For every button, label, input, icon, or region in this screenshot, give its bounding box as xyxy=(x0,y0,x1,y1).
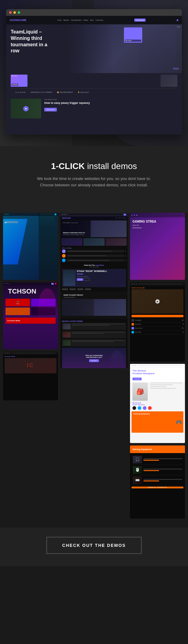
demo-product-dot-g xyxy=(135,365,136,366)
demo-spec-4 xyxy=(150,388,176,389)
demo-mid-cta: Join our communityand become a pro Join … xyxy=(62,348,126,368)
demo-4-team-d: Team Delta xyxy=(132,331,141,333)
demo-product-list[interactable]: Gaming Equipment 🎧 🖱️ xyxy=(130,445,185,519)
demo-mid-sponsors xyxy=(60,287,128,291)
demo-mid-news-item-1 xyxy=(62,323,126,330)
demo-gaming-stream[interactable]: GAMING STREA MON-FRI xyxy=(130,213,185,280)
demo-product-item-price-1 xyxy=(143,460,159,461)
demo-mid-profile-btn[interactable] xyxy=(84,278,90,281)
demo-1-dot-y xyxy=(6,214,7,215)
demo-mid-dot-y xyxy=(64,214,65,215)
demo-color-red[interactable] xyxy=(148,406,152,410)
demo-product-cta[interactable]: Shop Now xyxy=(132,378,142,380)
demo-4-label: TWITCH OR YOUTUBE xyxy=(130,286,185,289)
sponsor-4: ⚡ Sparked xyxy=(78,91,89,93)
demo-product-list-cta[interactable]: Show all products xyxy=(132,487,183,488)
demo-3-hero-text: IC xyxy=(27,362,34,369)
demo-product-list-title: Gaming Equipment xyxy=(132,448,152,450)
demo-4-team-name-d: Team Delta xyxy=(135,331,141,333)
demo-2-media-text: Convention Media xyxy=(7,320,20,322)
nav-link-gallery: Gallery xyxy=(83,19,88,21)
demo-mid-blog-cta: Check Out The Latest News in Our Esport … xyxy=(60,263,128,269)
demo-4-orange-bar xyxy=(132,315,183,317)
demo-product-backpack[interactable]: The NewestPredator Backpack Shop Now 🎒 B… xyxy=(130,364,185,443)
demo-3-nav xyxy=(3,352,58,355)
demo-mid-hero-label: RESPGAME / Esports Blog xyxy=(63,222,78,223)
demo-mid-player-tag: TRIGGER SQUEEZY xyxy=(77,276,125,277)
demo-mid-news-section: RIZAR'S LATEST NEWS xyxy=(60,319,128,347)
demo-mid-news-img-3 xyxy=(63,340,70,346)
demo-mid-player-photo xyxy=(63,270,75,286)
demo-4-score-value-1: 12 xyxy=(182,319,183,321)
demo-4-score-2: Team Beta 8 xyxy=(132,322,183,326)
demo-mid-article-1: ▶ xyxy=(62,249,126,253)
demo-stream-header xyxy=(130,213,185,217)
demo-4-badge-b xyxy=(132,323,134,326)
demo-4-score-value-4: 6 xyxy=(183,331,183,333)
demo-4-team-b: Team Beta xyxy=(132,323,141,326)
demo-product-header: The NewestPredator Backpack Shop Now xyxy=(130,368,185,382)
inner-nav-cta[interactable]: Create team xyxy=(134,19,146,22)
video-thumbnail: ▶ xyxy=(11,99,41,118)
demo-4-badge-c xyxy=(132,327,134,329)
demo-mid-sponsor-2 xyxy=(70,288,76,290)
demo-mid-article-3: ▶ xyxy=(62,259,126,262)
title-rest: install demos xyxy=(85,161,137,171)
inner-nav-links: Home Matches Team Members Gallery Shop C… xyxy=(57,19,103,21)
demo-mid-news-line-2b xyxy=(72,333,104,334)
demo-4-score-3: Team Gamma 15 xyxy=(132,326,183,330)
demo-mid-hero-text: Aliquam scelerisque luctus miFermentum s… xyxy=(63,232,85,236)
demo-mid-news-line-3b xyxy=(72,341,114,342)
window-maximize-dot xyxy=(18,11,20,14)
player-card-secondary xyxy=(161,75,177,87)
demo-4-team-name-b: Team Beta xyxy=(135,323,141,325)
demo-4-video-area: ▶ xyxy=(132,289,183,314)
demo-product-item-info-1 xyxy=(143,458,182,461)
demo-mid-sponsor-4 xyxy=(85,288,91,290)
demo-product-item-name-3 xyxy=(143,479,182,480)
video-section: ▶ THE MAIN STORY How to easy peasy trigg… xyxy=(6,96,182,121)
demo-color-black[interactable] xyxy=(132,406,136,410)
demo-product-dot-y xyxy=(133,365,134,366)
demo-convention[interactable]: Convention Media IC xyxy=(3,352,58,400)
demo-mid-news-item-2 xyxy=(62,331,126,338)
demo-4-play-btn[interactable]: ▶ xyxy=(155,299,160,304)
demo-mid-dot-g xyxy=(66,214,67,215)
video-text-area: THE MAIN STORY How to easy peasy trigger… xyxy=(44,99,177,111)
demo-mid-cta-text: Join our communityand become a pro xyxy=(85,354,103,358)
demo-product-list-header: Gaming Equipment xyxy=(130,445,185,453)
demo-video-dark[interactable]: TWITCH OR YOUTUBE ▶ Team Alpha 12 xyxy=(130,282,185,361)
demo-color-blue[interactable] xyxy=(138,406,141,410)
demo-4-score-value-3: 15 xyxy=(182,327,183,329)
cta-section: CHECK OUT THE DEMOS xyxy=(0,528,188,566)
demo-color-purple[interactable] xyxy=(143,406,146,410)
section-title: 1-CLICK install demos xyxy=(6,161,182,171)
demo-4-team-c: Team Gamma xyxy=(132,327,143,329)
checkout-demos-button[interactable]: CHECK OUT THE DEMOS xyxy=(46,537,142,554)
demo-2-cell-label-1: Printable xyxy=(16,303,20,304)
demo-mid-news-text-3 xyxy=(72,340,125,346)
demo-spec-3 xyxy=(150,386,166,387)
video-cta-button[interactable]: Read more xyxy=(44,108,57,111)
nav-link-team: Team Members xyxy=(71,19,81,21)
demo-mid-howto-title: HOW TO EASY PEASY xyxy=(62,293,126,297)
demo-4-score-4: Team Delta 6 xyxy=(132,330,183,334)
demo-purple-character[interactable]: TCHSON 🎮 Printable Convention Media xyxy=(3,282,58,349)
demo-middle-column[interactable]: RESPGAME Home About Schedule RESPGAME / … xyxy=(60,213,128,368)
demo-gaming-cyan[interactable]: Gaming Upcoming ic xyxy=(3,213,58,280)
window-minimize-dot xyxy=(13,11,16,14)
demo-mid-player-hero: ETHAN "RIZAR" WOMBWELL TRIGGER SQUEEZY xyxy=(62,269,126,287)
video-play-button[interactable]: ▶ xyxy=(23,106,29,111)
nav-link-home: Home xyxy=(57,19,61,21)
demo-mid-news-img-1 xyxy=(63,324,70,329)
demo-product-item-price-3 xyxy=(143,480,159,481)
demo-mid-sponsor-1 xyxy=(62,288,68,290)
hero-headline: TeamLiquid – Winning third tournament in… xyxy=(11,29,50,54)
demo-4-team-name-c: Team Gamma xyxy=(135,327,143,329)
demo-mid-cta-btn[interactable]: Join Now xyxy=(89,359,99,362)
demo-mid-news-title: RIZAR'S LATEST NEWS xyxy=(60,319,128,323)
demo-mid-follow-btn[interactable] xyxy=(77,278,83,281)
video-label: THE MAIN STORY xyxy=(44,99,177,100)
demo-product-item-3: ⌨️ xyxy=(132,475,183,486)
demo-mid-nav xyxy=(60,213,128,216)
